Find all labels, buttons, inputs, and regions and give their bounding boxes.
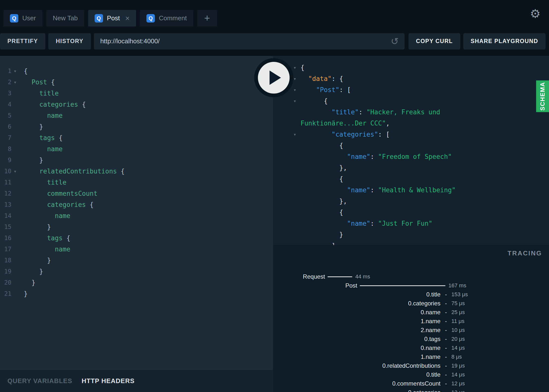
fold-arrow-icon[interactable]: ▾ — [11, 68, 19, 74]
code-token — [24, 101, 39, 108]
copy-curl-button[interactable]: COPY CURL — [409, 33, 460, 49]
code-token: : [ — [339, 86, 351, 94]
trace-resolver-row: 0.categories-75 μs — [273, 299, 549, 308]
execute-button-ring — [254, 58, 293, 97]
trace-dash: - — [440, 371, 451, 378]
query-badge-icon: Q — [146, 14, 155, 23]
code-token: tags — [39, 134, 55, 142]
code-token — [24, 234, 47, 242]
response-line-text: "Post": [ — [301, 86, 351, 94]
tab-user[interactable]: QUser — [3, 10, 42, 26]
reload-icon[interactable]: ↺ — [391, 37, 399, 46]
tab-post[interactable]: QPost× — [88, 10, 136, 26]
code-token — [24, 245, 55, 253]
execute-button[interactable] — [258, 62, 290, 94]
query-line-text: Post { — [19, 78, 55, 86]
response-line: ▾ "Post": [ — [273, 84, 549, 95]
query-line-text: title — [19, 90, 59, 97]
query-line: 2▾ Post { — [0, 76, 273, 88]
code-token — [301, 108, 331, 116]
query-line: 1▾{ — [0, 65, 273, 76]
fold-arrow-icon[interactable]: ▾ — [11, 79, 19, 85]
response-line-text: { — [301, 64, 304, 71]
trace-resolver-row: 0.title-153 μs — [273, 290, 549, 299]
code-token: { — [117, 168, 125, 175]
code-token — [24, 112, 47, 119]
fold-arrow-icon[interactable]: ▾ — [292, 65, 298, 71]
line-number: 21 — [0, 290, 11, 297]
code-token: } — [24, 279, 35, 286]
tab-bar: QUserNew TabQPost×QComment+ ⚙ — [0, 0, 549, 26]
trace-dash: - — [440, 318, 451, 325]
line-number: 2 — [0, 79, 11, 86]
query-line-text: name — [19, 245, 70, 253]
response-line-text: Funktionäre...Der CCC", — [301, 120, 390, 127]
response-line: ▾ "categories": [ — [273, 129, 549, 140]
query-line: 10▾ relatedContributions { — [0, 166, 273, 177]
http-headers-tab[interactable]: HTTP HEADERS — [82, 377, 135, 385]
tracing-title[interactable]: TRACING — [508, 249, 542, 257]
code-token — [24, 90, 39, 97]
fold-arrow-icon[interactable]: ▾ — [292, 131, 298, 137]
history-button[interactable]: HISTORY — [48, 33, 91, 49]
code-token: "name" — [347, 153, 370, 160]
line-number: 7 — [0, 134, 11, 141]
tab-list: QUserNew TabQPost×QComment+ — [3, 10, 221, 26]
code-token: { — [55, 134, 62, 142]
prettify-button[interactable]: PRETTIFY — [0, 33, 45, 49]
response-line: "name": "Freedom of Speech" — [273, 151, 549, 162]
code-token: Funktionäre...Der CCC" — [301, 120, 386, 127]
response-pane: ▾{▾ "data": {▾ "Post": [▾ { "title": "Ha… — [273, 56, 549, 392]
query-line-text: } — [19, 268, 43, 275]
query-line-text: tags { — [19, 234, 70, 242]
code-token: { — [63, 234, 70, 242]
tab-new-tab[interactable]: New Tab — [46, 10, 84, 26]
code-token: "Post" — [316, 86, 339, 94]
fold-arrow-icon[interactable]: ▾ — [292, 87, 298, 93]
fold-arrow-icon[interactable]: ▾ — [292, 98, 298, 104]
trace-resolver-row: 2.name-10 μs — [273, 326, 549, 335]
query-line: 20 } — [0, 277, 273, 288]
tab-comment[interactable]: QComment — [140, 10, 193, 26]
fold-arrow-icon[interactable]: ▾ — [11, 168, 19, 174]
trace-dash: - — [440, 353, 451, 360]
trace-duration: 14 μs — [451, 371, 465, 378]
response-line: "name": "Just For Fun" — [273, 218, 549, 229]
trace-duration: 75 μs — [451, 300, 465, 307]
trace-label: 2.name — [273, 327, 440, 334]
response-line: "name": "Health & Wellbeing" — [273, 184, 549, 196]
settings-gear-icon[interactable]: ⚙ — [530, 8, 541, 20]
trace-duration: 11 μs — [451, 318, 465, 324]
response-line: ▾ { — [273, 95, 549, 106]
trace-label: 0.name — [273, 309, 440, 316]
trace-duration: 153 μs — [451, 291, 468, 298]
query-line: 19 } — [0, 266, 273, 277]
code-token: } — [301, 231, 343, 238]
response-line-text: "name": "Freedom of Speech" — [301, 153, 452, 160]
code-token — [301, 131, 331, 138]
schema-tab[interactable]: SCHEMA — [536, 80, 549, 112]
code-token — [301, 86, 316, 94]
code-token: name — [55, 212, 70, 220]
code-token: : — [370, 186, 378, 194]
trace-label: 0.categories — [273, 300, 440, 307]
code-token: "name" — [347, 220, 370, 227]
new-tab-button[interactable]: + — [197, 10, 217, 26]
query-line: 17 name — [0, 244, 273, 255]
line-number: 6 — [0, 123, 11, 130]
trace-label: 0.commentsCount — [273, 380, 440, 387]
share-playground-button[interactable]: SHARE PLAYGROUND — [463, 33, 546, 49]
response-line: { — [273, 140, 549, 151]
endpoint-url-input[interactable] — [94, 37, 405, 45]
code-token — [301, 75, 308, 82]
query-editor[interactable]: 1▾{2▾ Post {3 title4 categories {5 name6… — [0, 56, 273, 370]
response-line-text: { — [301, 142, 343, 149]
code-token — [301, 220, 347, 227]
line-number: 15 — [0, 223, 11, 230]
trace-dash: - — [440, 300, 451, 307]
close-tab-icon[interactable]: × — [125, 15, 130, 22]
trace-dash: - — [440, 344, 451, 351]
query-line: 21} — [0, 288, 273, 299]
tab-label: New Tab — [53, 14, 78, 22]
query-variables-tab[interactable]: QUERY VARIABLES — [7, 377, 72, 385]
